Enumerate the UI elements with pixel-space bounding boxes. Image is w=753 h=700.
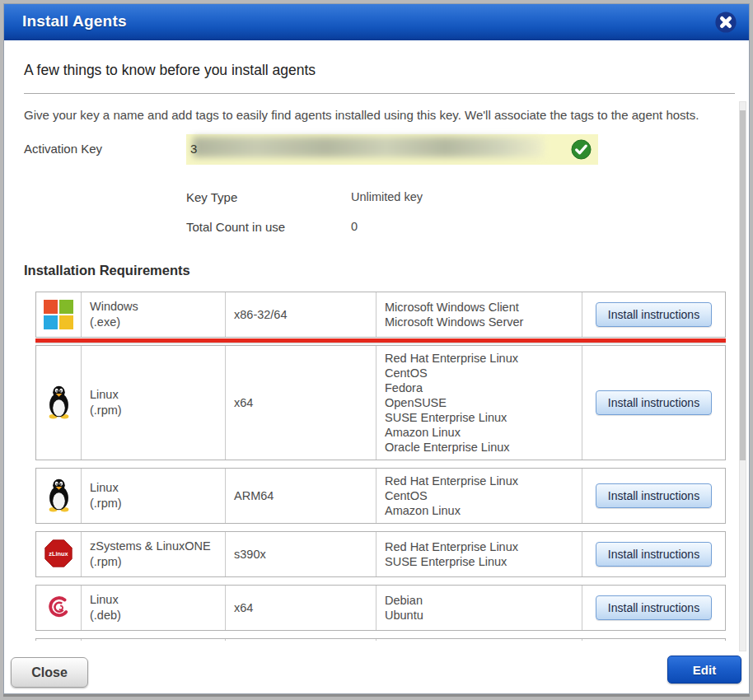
os-list: DebianUbuntu: [376, 586, 582, 630]
platform-name: zSystems & LinuxONE: [90, 539, 217, 554]
install-instructions-button[interactable]: Install instructions: [596, 542, 712, 567]
activation-key-field[interactable]: 3: [186, 134, 598, 165]
os-name: Red Hat Enterprise Linux: [385, 539, 573, 554]
package-type: (.exe): [90, 315, 217, 330]
os-name: Microsoft Windows Client: [385, 300, 573, 315]
activation-key-label: Activation Key: [24, 142, 102, 156]
os-name: SUSE Enterprise Linux: [385, 410, 573, 425]
close-icon[interactable]: [714, 11, 737, 34]
edit-button[interactable]: Edit: [667, 656, 741, 684]
total-count-label: Total Count in use: [186, 220, 285, 234]
key-type-value: Unlimited key: [351, 190, 423, 203]
total-count-value: 0: [351, 220, 358, 233]
close-button[interactable]: Close: [11, 657, 88, 688]
table-row: Linux (.deb) x64 DebianUbuntu Install in…: [35, 585, 726, 631]
platform-name: Linux: [90, 387, 217, 403]
debian-swirl-icon: [44, 593, 72, 623]
os-name: Amazon Linux: [385, 425, 573, 440]
key-type-label: Key Type: [186, 190, 237, 204]
os-name: CentOS: [385, 366, 573, 380]
package-type: (.rpm): [90, 403, 217, 418]
os-name: Ubuntu: [385, 608, 573, 623]
architecture: s390x: [226, 532, 376, 576]
os-name: Oracle Enterprise Linux: [385, 440, 573, 455]
dialog-body: A few things to know before you install …: [4, 42, 749, 693]
zlinux-badge-icon: zLinux: [44, 539, 73, 571]
intro-description: Give your key a name and add tags to eas…: [24, 108, 741, 122]
platform-name: Linux: [90, 592, 217, 608]
key-valid-check-icon: [571, 139, 592, 160]
os-name: Amazon Linux: [385, 503, 573, 518]
os-list: Red Hat Enterprise LinuxSUSE Enterprise …: [376, 532, 582, 576]
architecture: [226, 639, 376, 641]
scrollbar-thumb[interactable]: [740, 110, 746, 460]
os-name: CentOS: [385, 488, 573, 503]
install-instructions-button[interactable]: Install instructions: [596, 390, 712, 415]
os-name: Debian: [385, 593, 573, 608]
divider: [24, 93, 735, 94]
dialog-header: Install Agents: [4, 4, 749, 40]
tux-penguin-icon: [45, 385, 72, 422]
package-type: (.deb): [90, 608, 217, 623]
dialog-title: Install Agents: [22, 12, 127, 30]
table-row: Linux (.rpm) x64 Red Hat Enterprise Linu…: [35, 345, 726, 460]
os-name: OpenSUSE: [385, 395, 573, 410]
os-name: Fedora: [385, 380, 573, 395]
os-list: Red Hat Enterprise LinuxCentOSAmazon Lin…: [376, 469, 582, 523]
package-type: (.rpm): [90, 554, 217, 570]
vertical-scrollbar[interactable]: [739, 101, 746, 651]
architecture: x64: [226, 346, 376, 460]
platform-name: Windows: [90, 299, 217, 315]
os-name: Microsoft Windows Server: [385, 315, 573, 329]
activation-key-value: 3: [190, 142, 197, 156]
table-row: zLinux zSystems & LinuxONE (.rpm) s390x …: [35, 531, 726, 577]
table-row: Windows (.exe) x86-32/64 Microsoft Windo…: [35, 292, 726, 338]
activation-key-redaction: [193, 137, 544, 157]
table-row: Linux (.rpm) ARM64 Red Hat Enterprise Li…: [35, 468, 726, 524]
os-list: [376, 639, 582, 641]
tux-penguin-icon: [45, 478, 72, 515]
requirements-rows: Windows (.exe) x86-32/64 Microsoft Windo…: [35, 292, 726, 641]
os-list: Microsoft Windows ClientMicrosoft Window…: [376, 292, 582, 337]
package-type: (.rpm): [90, 496, 217, 511]
platform-name: Linux: [90, 480, 217, 496]
table-row-partial: [35, 638, 726, 641]
os-list: Red Hat Enterprise LinuxCentOSFedoraOpen…: [376, 346, 582, 460]
install-agents-dialog: Install Agents A few things to know befo…: [3, 3, 750, 694]
architecture: x86-32/64: [226, 292, 376, 337]
requirements-heading: Installation Requirements: [24, 263, 190, 278]
os-name: SUSE Enterprise Linux: [385, 554, 573, 569]
install-instructions-button[interactable]: Install instructions: [596, 302, 712, 327]
svg-text:zLinux: zLinux: [49, 550, 68, 558]
os-name: Red Hat Enterprise Linux: [385, 351, 573, 366]
install-instructions-button[interactable]: Install instructions: [596, 595, 712, 620]
intro-heading: A few things to know before you install …: [24, 62, 316, 79]
os-name: Red Hat Enterprise Linux: [385, 474, 573, 488]
architecture: ARM64: [226, 469, 376, 523]
architecture: x64: [226, 586, 376, 630]
requirements-table: Windows (.exe) x86-32/64 Microsoft Windo…: [35, 292, 726, 641]
install-instructions-button[interactable]: Install instructions: [596, 483, 712, 508]
windows-logo-icon: [44, 300, 73, 329]
